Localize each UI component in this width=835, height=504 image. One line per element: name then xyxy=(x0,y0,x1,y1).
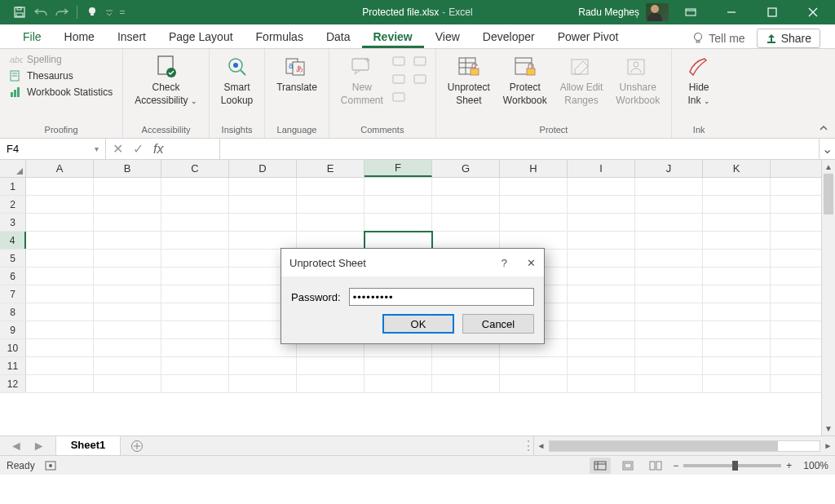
cell[interactable] xyxy=(229,196,297,213)
macro-record-icon[interactable] xyxy=(45,460,58,471)
cell[interactable] xyxy=(94,250,161,267)
tell-me-search[interactable]: Tell me xyxy=(692,32,744,45)
zoom-control[interactable]: − + 100% xyxy=(673,460,828,471)
page-break-view-icon[interactable] xyxy=(645,458,666,474)
row-header[interactable]: 3 xyxy=(0,214,26,231)
cell[interactable] xyxy=(297,375,364,392)
cell[interactable] xyxy=(703,214,771,231)
close-icon[interactable] xyxy=(794,0,832,24)
user-avatar[interactable] xyxy=(646,3,669,21)
cell[interactable] xyxy=(94,375,161,392)
tab-review[interactable]: Review xyxy=(362,25,424,48)
row-header[interactable]: 9 xyxy=(0,321,26,338)
ribbon-display-icon[interactable] xyxy=(672,0,709,24)
cell[interactable] xyxy=(161,250,229,267)
cell[interactable] xyxy=(703,250,771,267)
cell[interactable] xyxy=(568,375,635,392)
cell[interactable] xyxy=(500,357,568,374)
column-header[interactable]: H xyxy=(500,160,568,177)
cell[interactable] xyxy=(229,357,297,374)
row-header[interactable]: 10 xyxy=(0,339,26,356)
cell[interactable] xyxy=(297,196,364,213)
collapse-ribbon-icon[interactable] xyxy=(819,123,828,133)
row-header[interactable]: 2 xyxy=(0,196,26,213)
column-header[interactable]: J xyxy=(635,160,703,177)
cell[interactable] xyxy=(364,178,432,195)
cell[interactable] xyxy=(500,375,568,392)
cell[interactable] xyxy=(703,196,771,213)
redo-icon[interactable] xyxy=(52,2,72,22)
cell[interactable] xyxy=(161,214,229,231)
cell[interactable] xyxy=(26,321,94,338)
cell[interactable] xyxy=(568,357,635,374)
column-header[interactable]: B xyxy=(94,160,161,177)
cell[interactable] xyxy=(161,232,229,249)
cell[interactable] xyxy=(94,285,161,303)
cell[interactable] xyxy=(364,214,432,231)
row-header[interactable]: 12 xyxy=(0,375,26,392)
tab-formulas[interactable]: Formulas xyxy=(245,25,315,48)
cell[interactable] xyxy=(703,267,771,285)
cell[interactable] xyxy=(161,196,229,213)
cell[interactable] xyxy=(297,357,364,374)
cell[interactable] xyxy=(364,232,432,249)
cell[interactable] xyxy=(94,232,161,249)
dialog-titlebar[interactable]: Unprotect Sheet ? ✕ xyxy=(281,249,544,276)
tab-insert[interactable]: Insert xyxy=(106,25,157,48)
lightbulb-icon[interactable] xyxy=(82,2,102,22)
cell[interactable] xyxy=(635,357,703,374)
cell[interactable] xyxy=(568,267,635,285)
scroll-up-icon[interactable]: ▲ xyxy=(822,160,835,174)
cell[interactable] xyxy=(94,339,161,356)
hscroll-thumb[interactable] xyxy=(550,441,778,451)
cell[interactable] xyxy=(635,232,703,249)
cell[interactable] xyxy=(26,303,94,321)
unprotect-sheet-button[interactable]: Unprotect Sheet xyxy=(443,52,495,108)
cell[interactable] xyxy=(703,339,771,356)
cell[interactable] xyxy=(432,375,500,392)
cell[interactable] xyxy=(229,214,297,231)
row-header[interactable]: 5 xyxy=(0,250,26,267)
cell[interactable] xyxy=(26,339,94,356)
row-header[interactable]: 7 xyxy=(0,285,26,303)
scroll-right-icon[interactable]: ► xyxy=(821,441,835,450)
maximize-icon[interactable] xyxy=(753,0,791,24)
cell[interactable] xyxy=(432,357,500,374)
protect-workbook-button[interactable]: Protect Workbook xyxy=(498,52,552,108)
normal-view-icon[interactable] xyxy=(590,458,611,474)
cell[interactable] xyxy=(26,267,94,285)
cell[interactable] xyxy=(297,214,364,231)
minimize-icon[interactable] xyxy=(713,0,750,24)
cell[interactable] xyxy=(703,375,771,392)
tab-developer[interactable]: Developer xyxy=(471,25,546,48)
cell[interactable] xyxy=(161,267,229,285)
cell[interactable] xyxy=(26,178,94,195)
cell[interactable] xyxy=(94,303,161,321)
column-header[interactable]: I xyxy=(568,160,635,177)
cell[interactable] xyxy=(364,196,432,213)
zoom-percent[interactable]: 100% xyxy=(803,460,828,471)
cell[interactable] xyxy=(94,214,161,231)
row-header[interactable]: 1 xyxy=(0,178,26,195)
horizontal-scrollbar[interactable]: ◄ ► xyxy=(533,436,835,455)
cell[interactable] xyxy=(635,178,703,195)
cell[interactable] xyxy=(432,178,500,195)
share-button[interactable]: Share xyxy=(757,29,820,48)
fx-icon[interactable]: fx xyxy=(153,142,163,157)
cell[interactable] xyxy=(26,285,94,303)
close-icon[interactable]: ✕ xyxy=(527,257,536,269)
workbook-stats-button[interactable]: Workbook Statistics xyxy=(7,85,116,99)
cell[interactable] xyxy=(703,285,771,303)
cell[interactable] xyxy=(568,285,635,303)
row-header[interactable]: 6 xyxy=(0,267,26,285)
cell[interactable] xyxy=(568,250,635,267)
cell[interactable] xyxy=(364,357,432,374)
cell[interactable] xyxy=(94,196,161,213)
zoom-in-icon[interactable]: + xyxy=(786,460,792,471)
hide-ink-button[interactable]: Hide Ink ⌄ xyxy=(678,52,719,108)
cell[interactable] xyxy=(568,232,635,249)
cell[interactable] xyxy=(229,375,297,392)
spelling-button[interactable]: abcSpelling xyxy=(7,52,116,67)
cell[interactable] xyxy=(703,321,771,338)
cell[interactable] xyxy=(635,196,703,213)
